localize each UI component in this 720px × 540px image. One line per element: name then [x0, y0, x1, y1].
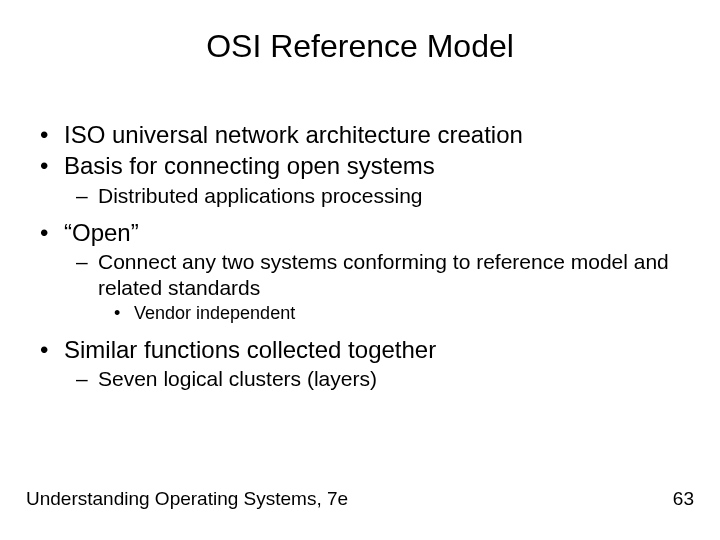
bullet-l1: Similar functions collected together	[34, 335, 686, 364]
bullet-l3: Vendor independent	[34, 303, 686, 325]
bullet-l1: “Open”	[34, 218, 686, 247]
page-number: 63	[673, 488, 694, 510]
bullet-list: ISO universal network architecture creat…	[34, 120, 686, 391]
bullet-l1: ISO universal network architecture creat…	[34, 120, 686, 149]
slide-title: OSI Reference Model	[0, 28, 720, 65]
slide: OSI Reference Model ISO universal networ…	[0, 0, 720, 540]
footer-left: Understanding Operating Systems, 7e	[26, 488, 348, 510]
bullet-l1: Basis for connecting open systems	[34, 151, 686, 180]
bullet-l2: Connect any two systems conforming to re…	[34, 249, 686, 300]
slide-body: ISO universal network architecture creat…	[34, 118, 686, 393]
bullet-l2: Distributed applications processing	[34, 183, 686, 209]
bullet-l2: Seven logical clusters (layers)	[34, 366, 686, 392]
